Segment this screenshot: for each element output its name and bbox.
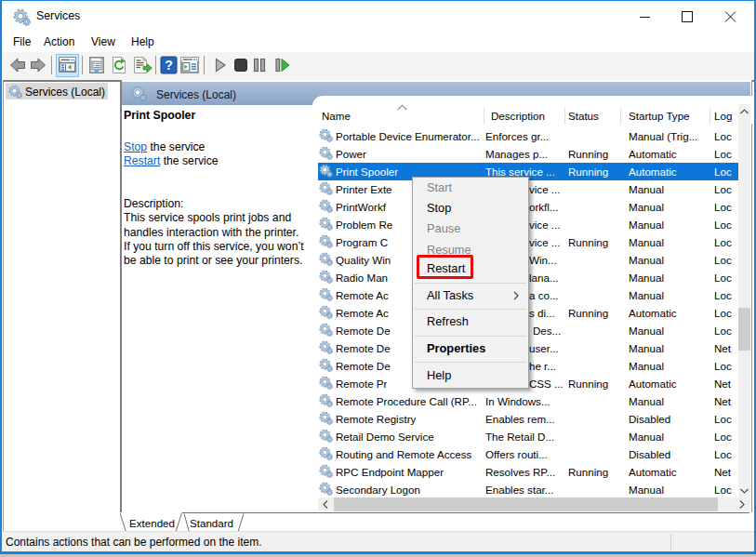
svg-text:?: ? — [165, 58, 173, 73]
